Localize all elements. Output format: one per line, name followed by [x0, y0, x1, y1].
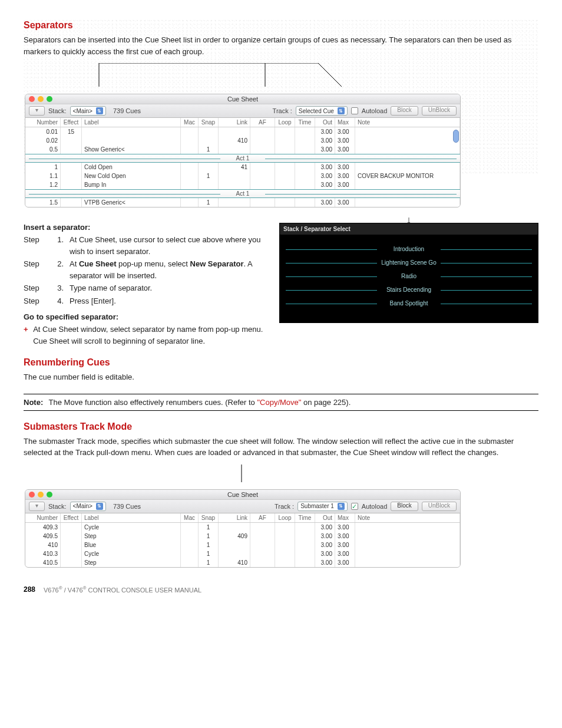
- cell: [355, 532, 460, 541]
- table-row[interactable]: 410Blue13.003.00: [25, 541, 460, 549]
- cell: [355, 198, 460, 207]
- cell: [181, 541, 199, 549]
- cell: 3.00: [315, 549, 335, 558]
- table-row[interactable]: 410.3Cycle13.003.00: [25, 549, 460, 558]
- stepper-icon: ⇅: [96, 503, 103, 510]
- cell: [219, 523, 250, 532]
- table-row[interactable]: 409.5Step14093.003.00: [25, 532, 460, 541]
- step-text: Press [Enter].: [70, 295, 267, 307]
- cell: 1: [199, 541, 219, 549]
- cell: [275, 127, 295, 136]
- separator-option[interactable]: Lightening Scene Go: [286, 258, 532, 268]
- autoload-checkbox[interactable]: [351, 503, 358, 510]
- col-header: Label: [82, 118, 181, 127]
- table-row[interactable]: 1Cold Open413.003.00: [25, 163, 460, 172]
- col-header: Snap: [199, 118, 219, 127]
- separator-option[interactable]: Stairs Decending: [286, 285, 532, 295]
- table-row[interactable]: 1.5VTPB Generic<13.003.00: [25, 198, 460, 207]
- grid: NumberEffectLabelMacSnapLinkAFLoopTimeOu…: [25, 513, 460, 567]
- cell: 3.00: [315, 558, 335, 567]
- cell: [250, 558, 275, 567]
- cell: [295, 549, 315, 558]
- minimize-icon[interactable]: [38, 492, 44, 498]
- cell: [295, 541, 315, 549]
- cell: [61, 180, 82, 189]
- cell: 0.01: [25, 127, 61, 136]
- close-icon[interactable]: [29, 492, 35, 498]
- cell: 0.02: [25, 136, 61, 145]
- cell: COVER BACKUP MONITOR: [355, 172, 460, 180]
- unblock-button[interactable]: UnBlock: [422, 106, 457, 116]
- minimize-icon[interactable]: [38, 96, 44, 102]
- table-row[interactable]: 0.01153.003.00: [25, 127, 460, 136]
- cell: Cold Open: [82, 163, 181, 172]
- page-footer: 288 V676® / V476® CONTROL CONSOLE USER M…: [24, 585, 538, 594]
- traffic-lights[interactable]: [29, 96, 52, 102]
- section-title-submasters: Submasters Track Mode: [24, 421, 538, 432]
- separator-row[interactable]: Act 1: [25, 154, 460, 163]
- cell: 1.5: [25, 198, 61, 207]
- cell: Step: [82, 558, 181, 567]
- cell: 3.00: [335, 549, 355, 558]
- cell: 3.00: [335, 163, 355, 172]
- block-button[interactable]: Block: [391, 502, 418, 511]
- popup-menu-button[interactable]: ▾: [29, 106, 45, 116]
- stack-label: Stack:: [48, 503, 67, 510]
- track-select[interactable]: Selected Cue ⇅: [296, 106, 348, 116]
- stepper-icon: ⇅: [338, 503, 345, 510]
- cell: [355, 136, 460, 145]
- toolbar: ▾ Stack: <Main> ⇅ 739 Cues Track : Selec…: [25, 104, 460, 118]
- cell: [250, 172, 275, 180]
- cell: 1: [199, 198, 219, 207]
- cell: [355, 145, 460, 154]
- block-button[interactable]: Block: [391, 106, 418, 116]
- cell: 3.00: [335, 532, 355, 541]
- separator-option[interactable]: Band Spotlight: [286, 298, 532, 308]
- step-number: 1.: [53, 234, 64, 257]
- unblock-button[interactable]: UnBlock: [422, 502, 457, 511]
- step: Step4.Press [Enter].: [24, 295, 267, 307]
- stack-select[interactable]: <Main> ⇅: [70, 106, 106, 116]
- cell: [61, 136, 82, 145]
- cell: [355, 163, 460, 172]
- col-header: Out: [315, 513, 335, 522]
- close-icon[interactable]: [29, 96, 35, 102]
- cell: 1: [199, 523, 219, 532]
- cell: [250, 145, 275, 154]
- cell: 410: [219, 558, 250, 567]
- cell: [219, 541, 250, 549]
- toolbar: ▾ Stack: <Main> ⇅ 739 Cues Track : Subma…: [25, 499, 460, 513]
- cell: 1.2: [25, 180, 61, 189]
- book-title: V676® / V476® CONTROL CONSOLE USER MANUA…: [44, 585, 201, 594]
- cell: [295, 145, 315, 154]
- stack-select[interactable]: <Main> ⇅: [70, 502, 106, 511]
- autoload-checkbox[interactable]: [351, 107, 358, 114]
- separator-option[interactable]: Radio: [286, 271, 532, 281]
- separator-option[interactable]: Introduction: [286, 244, 532, 254]
- cell: [295, 532, 315, 541]
- cell: [295, 172, 315, 180]
- grid-header: NumberEffectLabelMacSnapLinkAFLoopTimeOu…: [25, 118, 460, 127]
- popup-menu-button[interactable]: ▾: [29, 502, 45, 511]
- col-header: Mac: [181, 513, 199, 522]
- table-row[interactable]: 0.5Show Generic<13.003.00: [25, 145, 460, 154]
- window-titlebar: Cue Sheet: [25, 94, 460, 104]
- cell: [199, 136, 219, 145]
- cell: [275, 532, 295, 541]
- zoom-icon[interactable]: [47, 492, 52, 498]
- table-row[interactable]: 410.5Step14103.003.00: [25, 558, 460, 567]
- table-row[interactable]: 1.1New Cold Open13.003.00COVER BACKUP MO…: [25, 172, 460, 180]
- traffic-lights[interactable]: [29, 492, 52, 498]
- col-header: Out: [315, 118, 335, 127]
- cell: [250, 127, 275, 136]
- zoom-icon[interactable]: [47, 96, 52, 102]
- table-row[interactable]: 1.2Bump In3.003.00: [25, 180, 460, 189]
- separator-row[interactable]: Act 1: [25, 189, 460, 198]
- track-select[interactable]: Submaster 1 ⇅: [297, 502, 348, 511]
- cell: 1: [199, 532, 219, 541]
- table-row[interactable]: 0.024103.003.00: [25, 136, 460, 145]
- note-link[interactable]: "Copy/Move": [257, 398, 301, 407]
- table-row[interactable]: 409.3Cycle13.003.00: [25, 523, 460, 532]
- col-header: Mac: [181, 118, 199, 127]
- cell: [82, 136, 181, 145]
